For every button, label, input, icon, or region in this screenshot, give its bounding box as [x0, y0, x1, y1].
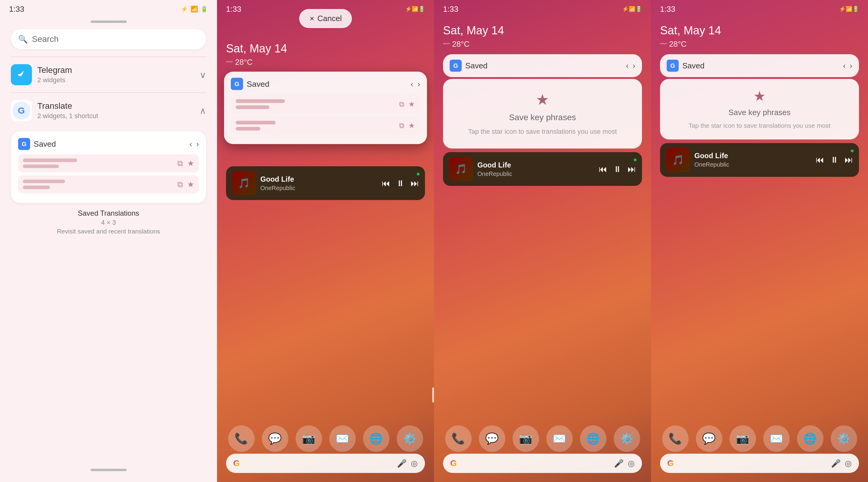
- dock-phone-p4[interactable]: 📞: [662, 425, 689, 452]
- widget-resize-handle-p2[interactable]: [432, 388, 434, 402]
- music-controls-p3[interactable]: ⏮ ⏸ ⏭: [599, 164, 636, 174]
- dock-phone-p2[interactable]: 📞: [228, 425, 255, 452]
- dock-browser-p4[interactable]: 🌐: [797, 425, 824, 452]
- widget-prev-arrow[interactable]: ‹: [190, 140, 192, 149]
- dock-messages-p3[interactable]: 💬: [479, 425, 505, 452]
- telegram-expand-chevron[interactable]: ∨: [199, 69, 206, 80]
- copy-icon-1[interactable]: ⧉: [177, 159, 183, 168]
- copy-icon-p2-1[interactable]: ⧉: [399, 100, 404, 109]
- star-icon-p2-2[interactable]: ★: [408, 121, 415, 130]
- app-row-telegram[interactable]: Telegram 2 widgets ∨: [11, 58, 206, 91]
- widget-meta-size: 4 × 3: [57, 219, 160, 227]
- translate-widget-panel2[interactable]: G Saved ‹ › ⧉ ★ ⧉: [224, 72, 427, 144]
- music-controls-p4[interactable]: ⏮ ⏸ ⏭: [816, 155, 853, 165]
- time-panel3: 1:33: [443, 4, 458, 14]
- translation-item-2[interactable]: ⧉ ★: [18, 175, 199, 193]
- copy-icon-2[interactable]: ⧉: [177, 180, 183, 189]
- dock-settings-p2[interactable]: ⚙️: [397, 425, 423, 452]
- search-bar[interactable]: 🔍 Search: [11, 29, 206, 49]
- dock-camera-p4[interactable]: 📷: [730, 425, 756, 452]
- tw-line4-p2: [236, 127, 260, 131]
- star-icon-p2-1[interactable]: ★: [408, 100, 415, 109]
- tw-prev-p3[interactable]: ‹: [626, 61, 629, 70]
- dock-phone-p3[interactable]: 📞: [445, 425, 472, 452]
- tw-next-p3[interactable]: ›: [633, 61, 636, 70]
- google-translate-icon: G: [18, 138, 30, 150]
- music-title-p2: Good Life: [260, 175, 377, 183]
- tw-prev-p4[interactable]: ‹: [843, 61, 846, 70]
- prev-track-icon-p3[interactable]: ⏮: [599, 164, 607, 174]
- dock-camera-p3[interactable]: 📷: [513, 425, 539, 452]
- copy-icon-p2-2[interactable]: ⧉: [399, 121, 404, 130]
- temp-panel2: 28°C: [235, 58, 252, 67]
- microphone-icon-p3[interactable]: 🎤: [614, 459, 624, 468]
- google-bar-p4[interactable]: G 🎤 ◎: [660, 454, 859, 473]
- dock-settings-p4[interactable]: ⚙️: [831, 425, 857, 452]
- next-track-icon-p3[interactable]: ⏭: [627, 164, 636, 174]
- prev-track-icon-p4[interactable]: ⏮: [816, 155, 824, 165]
- date-panel4: Sat, May 14: [660, 24, 859, 37]
- tw-arrows-p4[interactable]: ‹ ›: [843, 61, 852, 70]
- next-track-icon-p2[interactable]: ⏭: [410, 178, 419, 188]
- status-bar-panel4: 1:33 ⚡📶🔋: [651, 0, 868, 18]
- save-title-p3: Save key phrases: [509, 113, 576, 122]
- dock-messages-p4[interactable]: 💬: [696, 425, 722, 452]
- translate-widget-header-p3[interactable]: G Saved ‹ ›: [443, 54, 642, 77]
- cancel-button[interactable]: ✕ Cancel: [299, 9, 352, 28]
- cancel-label: Cancel: [317, 14, 342, 23]
- app-row-translate[interactable]: G Translate 2 widgets, 1 shortcut ∧: [11, 94, 206, 127]
- dock-messages-p2[interactable]: 💬: [262, 425, 288, 452]
- date-weather-panel3: Sat, May 14 〰 28°C: [434, 18, 651, 52]
- gt-icon-p2: G: [231, 78, 243, 90]
- translate-expand-chevron[interactable]: ∧: [199, 106, 206, 116]
- dock-settings-p3[interactable]: ⚙️: [614, 425, 640, 452]
- star-icon-2[interactable]: ★: [187, 180, 194, 189]
- lens-icon-p2[interactable]: ◎: [411, 459, 418, 468]
- star-icon-big-p4: ★: [753, 88, 766, 104]
- prev-track-icon-p2[interactable]: ⏮: [382, 178, 390, 188]
- lens-icon-p4[interactable]: ◎: [845, 459, 852, 468]
- pause-icon-p4[interactable]: ⏸: [830, 155, 838, 165]
- weather-panel3: 〰 28°C: [443, 39, 642, 49]
- pause-icon-p3[interactable]: ⏸: [613, 164, 621, 174]
- dock-gmail-p2[interactable]: ✉️: [329, 425, 356, 452]
- bluetooth-icon: ⚡: [181, 5, 188, 13]
- dock-gmail-p3[interactable]: ✉️: [546, 425, 573, 452]
- dock-gmail-p4[interactable]: ✉️: [763, 425, 790, 452]
- music-controls-p2[interactable]: ⏮ ⏸ ⏭: [382, 178, 419, 188]
- pause-icon-p2[interactable]: ⏸: [396, 178, 404, 188]
- star-icon-1[interactable]: ★: [187, 159, 194, 168]
- tw-next-p4[interactable]: ›: [850, 61, 852, 70]
- weather-icon-p4: 〰: [660, 40, 666, 48]
- dock-browser-p2[interactable]: 🌐: [363, 425, 390, 452]
- translate-app-name: Translate: [37, 101, 98, 111]
- dock-browser-p3[interactable]: 🌐: [580, 425, 607, 452]
- microphone-icon-p2[interactable]: 🎤: [397, 459, 407, 468]
- widget-nav-arrows[interactable]: ‹ ›: [190, 140, 199, 149]
- google-bar-p3[interactable]: G 🎤 ◎: [443, 454, 642, 473]
- trans-actions-2: ⧉ ★: [177, 180, 194, 189]
- tw-title-area-p2: G Saved: [231, 78, 269, 90]
- google-bar-p2[interactable]: G 🎤 ◎: [226, 454, 425, 473]
- tw-item-2-p2[interactable]: ⧉ ★: [231, 117, 420, 135]
- music-widget-panel3: ● 🎵 Good Life OneRepublic ⏮ ⏸ ⏭: [443, 152, 642, 186]
- tw-item-1-p2[interactable]: ⧉ ★: [231, 95, 420, 113]
- tw-arrows-p3[interactable]: ‹ ›: [626, 61, 636, 70]
- gt-icon-p3: G: [450, 60, 462, 72]
- google-logo-p2: G: [233, 458, 240, 468]
- dock-panel2: 📞 💬 📷 ✉️ 🌐 ⚙️: [217, 425, 434, 452]
- dock-camera-p2[interactable]: 📷: [296, 425, 322, 452]
- microphone-icon-p4[interactable]: 🎤: [831, 459, 841, 468]
- lens-icon-p3[interactable]: ◎: [628, 459, 635, 468]
- widget-next-arrow[interactable]: ›: [196, 140, 199, 149]
- spotify-icon-p2: ●: [416, 170, 420, 178]
- gt-icon-p4: G: [666, 60, 679, 72]
- translate-widget-header-p4[interactable]: G Saved ‹ ›: [660, 54, 859, 77]
- save-desc-p3: Tap the star icon to save translations y…: [468, 126, 617, 137]
- tw-next-p2[interactable]: ›: [417, 79, 420, 89]
- translation-item-1[interactable]: ⧉ ★: [18, 154, 199, 172]
- status-icons-panel4: ⚡📶🔋: [839, 6, 859, 12]
- next-track-icon-p4[interactable]: ⏭: [844, 155, 853, 165]
- tw-prev-p2[interactable]: ‹: [410, 79, 413, 89]
- tw-arrows-p2[interactable]: ‹ ›: [410, 79, 420, 89]
